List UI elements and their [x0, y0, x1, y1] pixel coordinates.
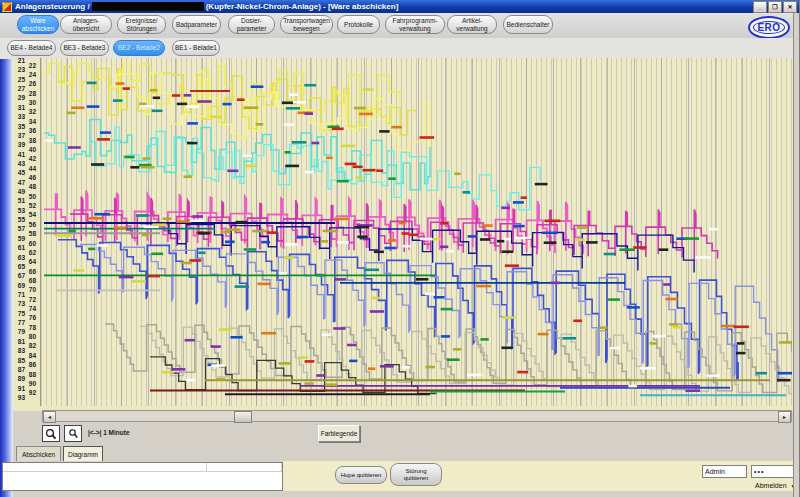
chart-series-wagen-cyan-1: [44, 120, 430, 190]
toolbar-button-label: Badparameter: [176, 21, 217, 29]
chart-series-wagen-gelb-2: [58, 67, 415, 135]
station-tab-label: BE4 - Belade4: [11, 44, 53, 52]
close-button[interactable]: ✕: [783, 1, 797, 13]
hupe-quittieren-label: Hupe quittieren: [341, 472, 382, 479]
toolbar-button-label: verwaltung: [399, 25, 430, 33]
minimize-button[interactable]: _: [753, 1, 767, 13]
toolbar-button-transportwagen-bewegen[interactable]: Transportwagenbewegen: [280, 15, 333, 34]
zoom-in-button[interactable]: [42, 425, 60, 442]
window-right-border: [793, 13, 800, 497]
station-tab-be2[interactable]: BE2 - Belade2: [113, 40, 165, 56]
app-icon: [2, 2, 12, 12]
title-redaction: [92, 2, 204, 11]
stoerung-label-line1: Störung: [405, 468, 426, 475]
toolbar-button-label: verwaltung: [456, 25, 487, 33]
toolbar-button-label: Ware: [30, 17, 45, 25]
maximize-button[interactable]: ❐: [768, 1, 782, 13]
time-scrollbar[interactable]: ◄ ►: [42, 410, 792, 422]
window-title-suffix: (Kupfer-Nickel-Chrom-Anlage) - [Ware abs…: [206, 2, 399, 11]
toolbar-button-label: Protokolle: [344, 21, 373, 29]
message-list-column-2: [207, 463, 282, 471]
scroll-right-button[interactable]: ►: [778, 411, 791, 423]
app-window: Anlagensteuerung / (Kupfer-Nickel-Chrom-…: [0, 0, 800, 497]
toolbar-button-label: Bedienschalter: [507, 21, 550, 29]
toolbar-button-fahrprogramm-verwaltung[interactable]: Fahrprogramm-verwaltung: [385, 15, 445, 34]
chart-series-wagen-blau-hell: [80, 245, 779, 383]
toolbar-button-protokolle[interactable]: Protokolle: [337, 15, 380, 34]
main-toolbar: WareabschickenAnlagen-übersichtEreigniss…: [0, 13, 800, 39]
toolbar-button-label: Störungen: [127, 25, 157, 33]
user-field[interactable]: [702, 465, 747, 478]
station-tab-label: BE2 - Belade2: [118, 44, 160, 52]
message-list[interactable]: [2, 462, 283, 491]
toolbar-button-anlagen-uebersicht[interactable]: Anlagen-übersicht: [60, 15, 112, 34]
toolbar-button-artikel-verwaltung[interactable]: Artikel-verwaltung: [447, 15, 497, 34]
message-list-header: [3, 463, 282, 472]
magnifier-small-icon: [68, 428, 79, 439]
toolbar-button-label: Transportwagen: [283, 17, 330, 25]
password-field[interactable]: [751, 465, 794, 478]
window-controls: _ ❐ ✕: [753, 1, 797, 13]
scrollbar-thumb[interactable]: [234, 411, 252, 423]
window-title-prefix: Anlagensteuerung /: [15, 2, 90, 11]
toolbar-button-label: übersicht: [73, 25, 99, 33]
station-tab-be1[interactable]: BE1 - Belade1: [172, 40, 220, 56]
toolbar-button-ware-abschicken[interactable]: Wareabschicken: [17, 15, 59, 34]
farblegende-button[interactable]: Farblegende: [318, 425, 360, 442]
toolbar-button-label: bewegen: [293, 25, 319, 33]
stoerung-label-line2: quittieren: [404, 475, 429, 482]
toolbar-button-label: Ereignisse/: [125, 17, 157, 25]
toolbar-button-label: parameter: [237, 25, 267, 33]
hupe-quittieren-button[interactable]: Hupe quittieren: [335, 466, 387, 484]
bottom-tab-abschicken[interactable]: Abschicken: [16, 446, 61, 461]
logout-label: Abmelden: [755, 482, 787, 489]
station-tab-label: BE1 - Belade1: [175, 44, 217, 52]
left-edge-decoration: [0, 59, 13, 497]
title-bar: Anlagensteuerung / (Kupfer-Nickel-Chrom-…: [0, 0, 800, 13]
toolbar-button-ereignisse-stoerungen[interactable]: Ereignisse/Störungen: [117, 15, 166, 34]
schedule-chart: [40, 58, 792, 406]
toolbar-button-label: Fahrprogramm-: [392, 17, 437, 25]
scroll-left-button[interactable]: ◄: [43, 411, 56, 423]
toolbar-button-bedienschalter[interactable]: Bedienschalter: [503, 15, 553, 34]
toolbar-button-label: Anlagen-: [73, 17, 99, 25]
toolbar-button-label: Dosier-: [241, 17, 262, 25]
station-tab-be4[interactable]: BE4 - Belade4: [7, 40, 56, 56]
bottom-tab-diagramm[interactable]: Diagramm: [63, 446, 103, 461]
logout-dropdown[interactable]: Abmelden ▼: [755, 482, 795, 489]
station-tabbar: BE4 - Belade4BE3 - Belade3BE2 - Belade2B…: [0, 38, 800, 59]
time-scale-label: |<->| 1 Minute: [88, 429, 130, 436]
toolbar-button-label: Artikel-: [462, 17, 482, 25]
zoom-out-button[interactable]: [64, 425, 82, 442]
station-tab-be3[interactable]: BE3 - Belade3: [60, 40, 109, 56]
window-bottom-border: [13, 491, 800, 497]
toolbar-button-label: abschicken: [22, 25, 55, 33]
toolbar-button-badparameter[interactable]: Badparameter: [172, 15, 221, 34]
magnifier-large-icon: [45, 428, 57, 440]
message-list-column-1: [3, 463, 207, 471]
toolbar-button-dosier-parameter[interactable]: Dosier-parameter: [228, 15, 275, 34]
stoerung-quittieren-button[interactable]: Störung quittieren: [390, 463, 442, 486]
ero-logo: ERO: [748, 16, 790, 39]
station-tab-label: BE3 - Belade3: [64, 44, 106, 52]
